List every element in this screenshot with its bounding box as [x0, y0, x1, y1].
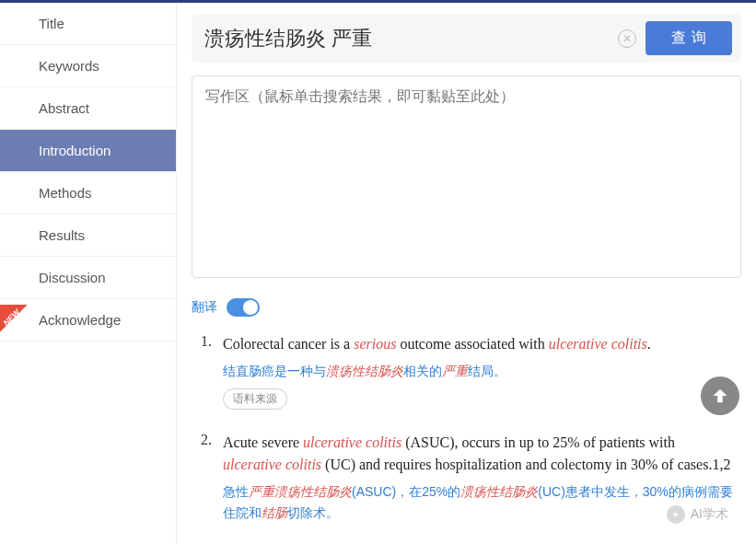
result-item[interactable]: 2.Acute severe ulcerative colitis (ASUC)… — [197, 432, 736, 523]
result-chinese: 结直肠癌是一种与溃疡性结肠炎相关的严重结局。 — [223, 361, 736, 381]
query-button[interactable]: 查询 — [646, 21, 732, 55]
main-panel: ✕ 查询 翻译 1.Colorectal cancer is a serious… — [177, 3, 756, 544]
sidebar-item-keywords[interactable]: Keywords — [0, 45, 176, 87]
main-container: Title Keywords Abstract Introduction Met… — [0, 3, 756, 544]
sidebar-item-methods[interactable]: Methods — [0, 172, 176, 214]
result-english: Acute severe ulcerative colitis (ASUC), … — [223, 432, 736, 476]
watermark-text: AI学术 — [691, 506, 728, 523]
search-bar: ✕ 查询 — [192, 14, 741, 63]
result-item[interactable]: 1.Colorectal cancer is a serious outcome… — [197, 333, 736, 410]
result-chinese: 急性严重溃疡性结肠炎(ASUC)，在25%的溃疡性结肠炎(UC)患者中发生，30… — [223, 481, 736, 523]
write-area[interactable] — [192, 75, 741, 278]
sidebar-item-introduction[interactable]: Introduction — [0, 130, 176, 172]
sidebar-item-results[interactable]: Results — [0, 214, 176, 257]
sidebar-item-acknowledge[interactable]: Acknowledge — [0, 299, 176, 341]
translate-row: 翻译 — [192, 298, 741, 317]
clear-icon[interactable]: ✕ — [618, 29, 636, 48]
search-input[interactable] — [201, 23, 609, 54]
scroll-top-button[interactable] — [701, 376, 739, 415]
source-button[interactable]: 语料来源 — [223, 388, 287, 410]
watermark: ✦ AI学术 — [667, 505, 728, 524]
translate-toggle[interactable] — [227, 298, 260, 317]
sidebar-item-discussion[interactable]: Discussion — [0, 257, 176, 299]
result-number: 2. — [197, 432, 212, 523]
results-list: 1.Colorectal cancer is a serious outcome… — [192, 333, 741, 544]
sidebar-item-abstract[interactable]: Abstract — [0, 87, 176, 130]
result-english: Colorectal cancer is a serious outcome a… — [223, 333, 736, 355]
result-body: Acute severe ulcerative colitis (ASUC), … — [223, 432, 736, 523]
arrow-up-icon — [710, 386, 730, 406]
sidebar: Title Keywords Abstract Introduction Met… — [0, 3, 177, 544]
translate-label: 翻译 — [192, 299, 217, 316]
sidebar-item-title[interactable]: Title — [0, 3, 176, 45]
result-number: 1. — [197, 333, 212, 410]
result-body: Colorectal cancer is a serious outcome a… — [223, 333, 736, 410]
wechat-icon: ✦ — [667, 505, 685, 524]
